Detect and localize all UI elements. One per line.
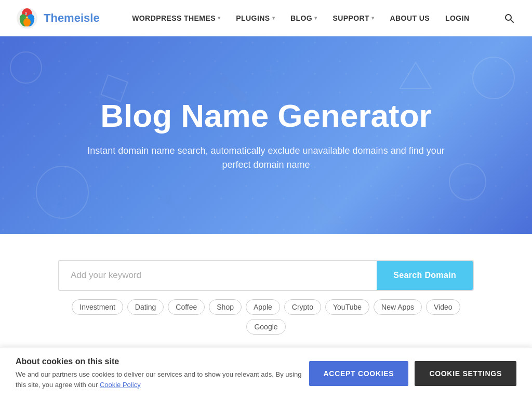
- nav-about-us[interactable]: ABOUT US: [390, 14, 430, 22]
- search-section: Search Domain InvestmentDatingCoffeeShop…: [0, 234, 532, 350]
- svg-text:💎: 💎: [36, 196, 66, 224]
- cookie-buttons: ACCEPT COOKIES COOKIE SETTINGS: [309, 361, 516, 386]
- nav-blog[interactable]: BLOG ▾: [290, 14, 317, 22]
- svg-point-10: [10, 52, 42, 83]
- keyword-tag[interactable]: Crypto: [284, 299, 321, 315]
- search-box: Search Domain: [58, 260, 474, 291]
- svg-point-6: [25, 13, 26, 14]
- nav-plugins[interactable]: PLUGINS ▾: [236, 14, 275, 22]
- header-search-button[interactable]: [502, 11, 516, 25]
- cookie-description: We and our partners use cookies to deliv…: [16, 369, 309, 390]
- keyword-tag[interactable]: Dating: [127, 299, 164, 315]
- dropdown-arrow-icon: ▾: [371, 15, 374, 21]
- cookie-text-block: About cookies on this site We and our pa…: [16, 357, 309, 390]
- keyword-tags-container: InvestmentDatingCoffeeShopAppleCryptoYou…: [58, 299, 474, 335]
- search-domain-button[interactable]: Search Domain: [377, 261, 473, 290]
- nav-login[interactable]: LOGIN: [445, 14, 469, 22]
- hero-subtitle: Instant domain name search, automaticall…: [84, 144, 448, 172]
- nav-support[interactable]: SUPPORT ▾: [332, 14, 374, 22]
- svg-marker-17: [400, 62, 431, 88]
- svg-text:+: +: [265, 59, 277, 82]
- dropdown-arrow-icon: ▾: [272, 15, 275, 21]
- svg-text:📐: 📐: [312, 192, 348, 225]
- keyword-tag[interactable]: New Apps: [374, 299, 422, 315]
- cookie-title: About cookies on this site: [16, 357, 309, 366]
- keyword-tag[interactable]: Investment: [72, 299, 123, 315]
- hero-title: Blog Name Generator: [100, 98, 431, 134]
- keyword-tag[interactable]: YouTube: [325, 299, 369, 315]
- keyword-tag[interactable]: Google: [246, 319, 285, 335]
- svg-text:E: E: [447, 146, 488, 216]
- nav-wordpress-themes[interactable]: WORDPRESS THEMES ▾: [132, 14, 220, 22]
- svg-point-11: [473, 57, 514, 99]
- cookie-policy-link[interactable]: Cookie Policy: [100, 381, 141, 389]
- site-logo[interactable]: Themeisle: [16, 7, 100, 30]
- dropdown-arrow-icon: ▾: [314, 15, 317, 21]
- svg-point-13: [449, 164, 486, 200]
- search-icon: [504, 13, 514, 23]
- logo-icon: [16, 7, 38, 30]
- svg-text:🛒: 🛒: [431, 90, 464, 121]
- dropdown-arrow-icon: ▾: [218, 15, 220, 21]
- site-header: Themeisle WORDPRESS THEMES ▾ PLUGINS ▾ B…: [0, 0, 532, 36]
- svg-text:🔧: 🔧: [156, 189, 189, 220]
- hero-section: ⚓ 🛒 💎 ✏️ 📐 🔧 + + + E Blog Name Generator…: [0, 36, 532, 234]
- keyword-tag[interactable]: Coffee: [168, 299, 205, 315]
- svg-point-12: [36, 166, 88, 218]
- logo-text: Themeisle: [44, 11, 100, 25]
- keyword-tag[interactable]: Video: [426, 299, 460, 315]
- svg-point-7: [23, 18, 31, 26]
- main-nav: WORDPRESS THEMES ▾ PLUGINS ▾ BLOG ▾ SUPP…: [132, 14, 469, 22]
- cookie-banner: About cookies on this site We and our pa…: [0, 347, 532, 399]
- accept-cookies-button[interactable]: ACCEPT COOKIES: [309, 361, 409, 386]
- cookie-settings-button[interactable]: COOKIE SETTINGS: [415, 361, 516, 386]
- hero-decorations: ⚓ 🛒 💎 ✏️ 📐 🔧 + + + E: [0, 36, 532, 234]
- keyword-tag[interactable]: Shop: [209, 299, 242, 315]
- keyword-tag[interactable]: Apple: [246, 299, 280, 315]
- svg-line-9: [511, 20, 513, 22]
- search-input[interactable]: [59, 261, 377, 290]
- svg-text:+: +: [390, 184, 402, 207]
